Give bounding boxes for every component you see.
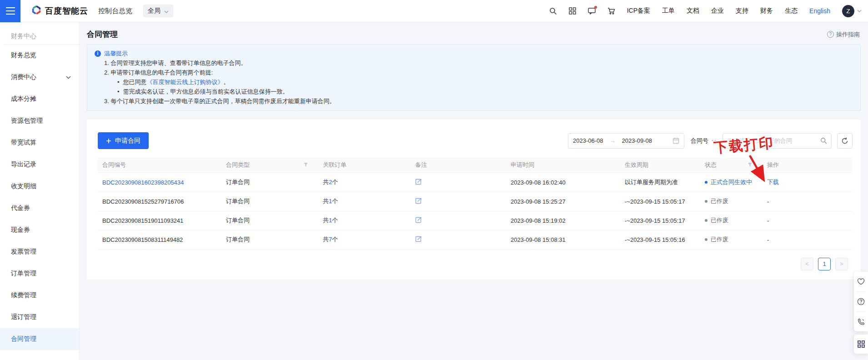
apply-time-cell: 2023-09-08 15:08:31	[506, 230, 620, 249]
contract-type-cell: 订单合同	[221, 173, 318, 192]
search-icon[interactable]	[549, 7, 557, 15]
apply-time-cell: 2023-09-08 15:25:27	[506, 192, 620, 211]
content-card: 申请合同 2023-06-08 → 2023-09-08	[87, 120, 861, 280]
sidebar-item-export-records[interactable]: 导出记录	[0, 154, 79, 175]
annotation-arrow	[745, 153, 777, 189]
operation-guide-link[interactable]: ? 操作指南	[827, 30, 860, 39]
contracts-table: 合同编号 合同类型 关联订单 备注 申请时间 生效周期 状态	[98, 157, 853, 250]
question-circle-icon: ?	[827, 31, 834, 38]
tips-line-3: 3. 每个订单只支持创建一次带电子章的正式合同，草稿合同需作废后才能重新申请合同…	[104, 96, 853, 106]
region-selector[interactable]: 全局	[143, 5, 173, 17]
nav-link-docs[interactable]: 文档	[687, 7, 699, 15]
sidebar-item-cost-allocation[interactable]: 成本分摊	[0, 88, 79, 110]
chevron-down-icon	[857, 10, 862, 12]
search-icon[interactable]	[820, 137, 827, 144]
sidebar-item-unsubscribe-management[interactable]: 退订管理	[0, 306, 79, 328]
refresh-button[interactable]	[837, 133, 853, 149]
filter-icon[interactable]	[303, 162, 308, 167]
agreement-link[interactable]: 《百度智能云线上订购协议》	[147, 77, 224, 87]
table-row: BDC202309081602398205434 订单合同 共2个 2023-0…	[98, 173, 853, 192]
sidebar-item-finance-overview[interactable]: 财务总览	[0, 45, 79, 66]
nav-link-ecosystem[interactable]: 生态	[785, 7, 798, 15]
col-contract-id: 合同编号	[98, 157, 221, 173]
sidebar-item-income-expense-details[interactable]: 收支明细	[0, 175, 79, 197]
sidebar-item-renewal-management[interactable]: 续费管理	[0, 285, 79, 306]
chevron-down-icon	[164, 7, 169, 15]
chevron-down-icon	[66, 76, 71, 79]
brand-logo[interactable]: 百度智能云	[31, 5, 88, 17]
date-start-value[interactable]: 2023-06-08	[573, 137, 603, 144]
hamburger-menu-icon[interactable]	[0, 0, 20, 22]
date-end-value[interactable]: 2023-09-08	[622, 137, 652, 144]
apps-grid-icon[interactable]	[569, 7, 576, 15]
tips-panel: i 温馨提示 1. 合同管理支持您申请、查看带订单信息的电子合同。 2. 申请带…	[87, 44, 861, 111]
message-icon[interactable]	[588, 7, 596, 15]
sidebar-item-consumption-center[interactable]: 消费中心	[0, 66, 79, 88]
pagination-next-icon[interactable]: >	[835, 258, 848, 270]
col-remarks: 备注	[411, 157, 506, 173]
nav-link-icp[interactable]: ICP备案	[627, 7, 650, 15]
remark-edit-icon[interactable]	[415, 216, 422, 223]
sidebar-item-vouchers[interactable]: 代金券	[0, 197, 79, 219]
tips-bullet-1: 您已同意 《百度智能云线上订购协议》 。	[117, 77, 853, 87]
nav-link-finance[interactable]: 财务	[760, 7, 773, 15]
remark-edit-icon[interactable]	[415, 178, 422, 185]
status-badge: 已作废	[705, 197, 763, 205]
status-badge: 已作废	[705, 216, 763, 225]
brand-name: 百度智能云	[45, 5, 88, 16]
console-overview-link[interactable]: 控制台总览	[98, 7, 132, 15]
table-row: BDC202309081508311149482 订单合同 共7个 2023-0…	[98, 230, 853, 249]
sidebar-item-order-management[interactable]: 订单管理	[0, 263, 79, 285]
table-row: BDC202309081519011093241 订单合同 共1个 2023-0…	[98, 211, 853, 230]
toolbar-filters: 2023-06-08 → 2023-09-08 合同号	[568, 133, 853, 149]
mini-apps-grid-icon[interactable]	[854, 335, 868, 354]
favorite-heart-icon[interactable]	[854, 272, 868, 291]
contract-id-cell: BDC202309081525279716706	[98, 192, 221, 211]
pagination-prev-icon[interactable]: <	[801, 258, 813, 270]
cart-icon[interactable]	[607, 7, 615, 15]
related-orders-cell: 共7个	[318, 230, 411, 249]
nav-link-tickets[interactable]: 工单	[662, 7, 675, 15]
contract-id-link[interactable]: BDC202309081602398205434	[102, 179, 184, 186]
sidebar-item-invoice-management[interactable]: 发票管理	[0, 241, 79, 263]
phone-contact-icon[interactable]	[854, 312, 868, 331]
remark-edit-icon[interactable]	[415, 197, 422, 204]
contract-id-cell: BDC202309081519011093241	[98, 211, 221, 230]
date-range-picker[interactable]: 2023-06-08 → 2023-09-08	[568, 133, 684, 149]
main-content: 合同管理 ? 操作指南 i 温馨提示 1. 合同管理支持您申请、查看带订单信息的…	[80, 22, 868, 360]
help-question-icon[interactable]	[854, 292, 868, 311]
tips-title: 温馨提示	[104, 49, 128, 58]
related-orders-cell: 共1个	[318, 211, 411, 230]
contract-type-cell: 订单合同	[221, 230, 318, 249]
account-menu[interactable]: Z	[842, 5, 862, 17]
status-dot	[705, 219, 707, 222]
sidebar-item-cash-coupons[interactable]: 现金券	[0, 219, 79, 241]
period-cell: -~2023-09-15 15:05:17	[620, 211, 700, 230]
contract-type-cell: 订单合同	[221, 211, 318, 230]
avatar: Z	[842, 5, 854, 17]
related-orders-cell: 共2个	[318, 173, 411, 192]
sidebar-item-contract-management[interactable]: 合同管理	[0, 328, 79, 350]
tips-title-row: i 温馨提示	[95, 49, 853, 58]
nav-link-enterprise[interactable]: 企业	[711, 7, 724, 15]
tips-line-1: 1. 合同管理支持您申请、查看带订单信息的电子合同。	[104, 58, 853, 68]
sidebar-item-resource-packages[interactable]: 资源包管理	[0, 110, 79, 132]
pagination-page-1[interactable]: 1	[818, 258, 831, 270]
app-root: 百度智能云 控制台总览 全局	[0, 0, 868, 360]
calendar-icon	[672, 137, 679, 144]
col-contract-type: 合同类型	[221, 157, 318, 173]
top-navbar: 百度智能云 控制台总览 全局	[0, 0, 868, 22]
col-effective-period: 生效周期	[620, 157, 700, 173]
apply-time-cell: 2023-09-08 16:02:40	[506, 173, 620, 192]
pagination: < 1 >	[87, 258, 848, 270]
nav-link-support[interactable]: 支持	[736, 7, 748, 15]
col-apply-time: 申请时间	[506, 157, 620, 173]
period-cell: -~2023-09-15 15:05:16	[620, 230, 700, 249]
remark-edit-icon[interactable]	[415, 235, 422, 242]
apply-contract-button[interactable]: 申请合同	[98, 132, 149, 149]
language-switch[interactable]: English	[809, 7, 830, 15]
tips-bullet-2: 需完成实名认证，甲方信息必须与当前实名认证信息保持一致。	[117, 87, 853, 96]
contract-id-cell: BDC202309081508311149482	[98, 230, 221, 249]
sidebar-item-bandwidth-trial[interactable]: 带宽试算	[0, 132, 79, 154]
table-header-row: 合同编号 合同类型 关联订单 备注 申请时间 生效周期 状态	[98, 157, 853, 173]
